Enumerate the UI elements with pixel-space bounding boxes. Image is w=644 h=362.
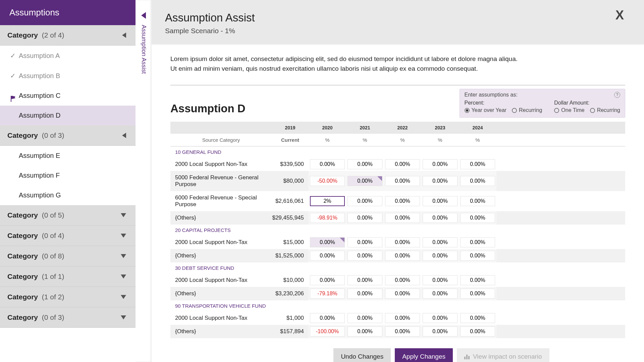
collapse-tab[interactable]: Assumption Assist xyxy=(136,0,152,362)
radio-percent[interactable]: Recurring xyxy=(512,107,542,113)
cell-input[interactable]: 0.00% xyxy=(385,251,420,261)
sidebar-title: Assumptions xyxy=(0,0,136,25)
cell-input[interactable]: 0.00% xyxy=(347,196,382,206)
chevron-down-icon xyxy=(121,213,126,217)
cell-input[interactable]: 0.00% xyxy=(460,159,495,169)
chevron-down-icon xyxy=(121,275,126,279)
sidebar-item[interactable]: Assumption G xyxy=(0,185,136,205)
table-row: {Others}$3,230,206-79.18%0.00%0.00%0.00%… xyxy=(170,287,625,300)
cell-input[interactable]: 0.00% xyxy=(423,313,458,323)
cell-input[interactable]: 0.00% xyxy=(347,159,382,169)
page-title: Assumption Assist xyxy=(165,11,255,24)
cell-input[interactable]: 0.00% xyxy=(347,275,382,285)
cell-input[interactable]: 0.00% xyxy=(385,275,420,285)
view-impact-button: View impact on scenario xyxy=(457,348,549,362)
cell-input[interactable]: 0.00% xyxy=(310,313,345,323)
collapse-triangle-icon xyxy=(141,12,146,19)
apply-button[interactable]: Apply Changes xyxy=(395,348,453,362)
cell-input[interactable]: 0.00% xyxy=(385,313,420,323)
cell-input[interactable]: 0.00% xyxy=(460,275,495,285)
chevron-left-icon xyxy=(122,33,126,38)
sidebar-item[interactable]: Assumption C xyxy=(0,86,136,106)
sidebar-item[interactable]: Assumption E xyxy=(0,146,136,166)
radio-amount[interactable]: One Time xyxy=(554,107,584,113)
cell-input[interactable]: 0.00% xyxy=(385,159,420,169)
table-row: 6000 Federal Revenue - Special Purpose$2… xyxy=(170,191,625,211)
radio-percent[interactable]: Year over Year xyxy=(465,107,506,113)
cell-input[interactable]: 0.00% xyxy=(423,289,458,299)
sidebar-item[interactable]: ✓Assumption B xyxy=(0,66,136,86)
cell-input[interactable]: -98.91% xyxy=(310,213,345,223)
cell-input[interactable]: 0.00% xyxy=(423,176,458,186)
cell-input[interactable]: 0.00% xyxy=(423,196,458,206)
sidebar-item-label: Assumption B xyxy=(19,72,60,80)
cell-input[interactable]: 0.00% xyxy=(423,275,458,285)
row-source: 2000 Local Support Non-Tax xyxy=(170,274,272,287)
sidebar-item[interactable]: Assumption F xyxy=(0,166,136,185)
description: Lorem ipsum dolor sit amet, consectetur … xyxy=(170,54,625,73)
cell-input[interactable]: 0.00% xyxy=(423,237,458,247)
cell-input[interactable]: -100.00% xyxy=(310,326,345,337)
cell-input[interactable]: 0.00% xyxy=(385,326,420,337)
assumption-table: 201920202021202220232024Source CategoryC… xyxy=(170,122,625,338)
cell-input[interactable]: 0.00% xyxy=(460,176,495,186)
cell-input[interactable]: 0.00% xyxy=(385,289,420,299)
cell-input[interactable]: 0.00% xyxy=(460,237,495,247)
radio-amount[interactable]: Recurring xyxy=(590,107,620,113)
close-button[interactable]: X xyxy=(615,8,624,22)
cell-input[interactable]: 0.00% xyxy=(460,326,495,337)
cell-input[interactable]: 0.00% xyxy=(423,159,458,169)
radio-label: One Time xyxy=(561,107,584,113)
cell-input[interactable]: 0.00% xyxy=(423,213,458,223)
cell-input[interactable]: 0.00% xyxy=(460,313,495,323)
cell-input[interactable]: 0.00% xyxy=(310,237,345,247)
cell-input[interactable]: 2% xyxy=(310,196,345,206)
category-header[interactable]: Category (0 of 8) xyxy=(0,246,136,266)
row-current: $1,000 xyxy=(272,311,309,325)
row-source: {Others} xyxy=(170,211,272,225)
category-header[interactable]: Category (0 of 4) xyxy=(0,226,136,246)
cell-input[interactable]: 0.00% xyxy=(347,326,382,337)
help-icon[interactable]: ? xyxy=(614,92,620,98)
check-icon: ✓ xyxy=(10,72,16,79)
cell-input[interactable]: 0.00% xyxy=(347,251,382,261)
category-header[interactable]: Category (0 of 5) xyxy=(0,205,136,226)
sidebar-item-label: Assumption G xyxy=(19,191,61,199)
cell-input[interactable]: 0.00% xyxy=(385,196,420,206)
cell-input[interactable]: 0.00% xyxy=(423,326,458,337)
cell-input[interactable]: 0.00% xyxy=(347,237,382,247)
radio-label: Recurring xyxy=(597,107,620,113)
cell-input[interactable]: 0.00% xyxy=(347,213,382,223)
cell-input[interactable]: 0.00% xyxy=(310,251,345,261)
radio-icon xyxy=(554,108,559,113)
description-line-1: Lorem ipsum dolor sit amet, consectetur … xyxy=(170,55,518,62)
chevron-left-icon xyxy=(122,133,126,138)
cell-input[interactable]: 0.00% xyxy=(423,251,458,261)
cell-input[interactable]: 0.00% xyxy=(347,289,382,299)
category-header[interactable]: Category (1 of 2) xyxy=(0,287,136,307)
cell-input[interactable]: 0.00% xyxy=(460,251,495,261)
cell-input[interactable]: 0.00% xyxy=(385,237,420,247)
category-header[interactable]: Category (2 of 4) xyxy=(0,25,136,46)
row-current: $157,894 xyxy=(272,325,309,338)
cell-input[interactable]: -79.18% xyxy=(310,289,345,299)
sidebar-item[interactable]: Assumption D xyxy=(0,106,136,125)
cell-input[interactable]: 0.00% xyxy=(460,196,495,206)
collapse-tab-label: Assumption Assist xyxy=(140,25,147,74)
cell-input[interactable]: 0.00% xyxy=(460,289,495,299)
category-header[interactable]: Category (0 of 3) xyxy=(0,307,136,328)
undo-button[interactable]: Undo Changes xyxy=(333,348,391,362)
cell-input[interactable]: 0.00% xyxy=(347,176,382,186)
cell-input[interactable]: 0.00% xyxy=(385,176,420,186)
cell-input[interactable]: 0.00% xyxy=(385,213,420,223)
cell-input[interactable]: -50.00% xyxy=(310,176,345,186)
cell-input[interactable]: 0.00% xyxy=(310,275,345,285)
cell-input[interactable]: 0.00% xyxy=(460,213,495,223)
sidebar-item[interactable]: ✓Assumption A xyxy=(0,46,136,66)
category-header[interactable]: Category (0 of 3) xyxy=(0,125,136,146)
cell-input[interactable]: 0.00% xyxy=(347,313,382,323)
category-header[interactable]: Category (1 of 1) xyxy=(0,266,136,287)
sidebar-item-label: Assumption D xyxy=(19,112,61,119)
cell-input[interactable]: 0.00% xyxy=(310,159,345,169)
chevron-down-icon xyxy=(121,234,126,238)
